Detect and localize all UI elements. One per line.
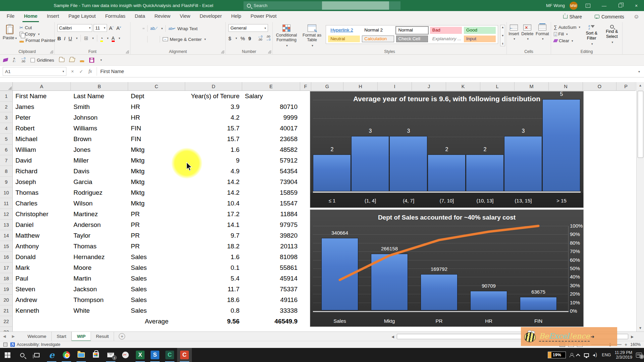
ribbon-tab-view[interactable]: View (175, 11, 195, 22)
row-header-10[interactable]: 10 (0, 187, 13, 198)
taskbar-recorder-icon[interactable]: C (177, 348, 192, 362)
decrease-decimal-button[interactable]: .00→0 (266, 35, 271, 41)
scroll-up-arrow[interactable]: ▲ (637, 82, 644, 89)
cell-C18[interactable]: Sales (128, 273, 185, 284)
clock[interactable]: 11:29 PM2/3/2019 (614, 350, 632, 360)
cancel-formula-button[interactable]: × (71, 69, 74, 74)
ribbon-tab-data[interactable]: Data (130, 11, 150, 22)
comma-style-button[interactable]: 9 (248, 36, 251, 41)
col-header-J[interactable]: J (412, 82, 446, 91)
style-check-cell[interactable]: Check Cell (396, 36, 428, 43)
cell-P22[interactable] (616, 316, 636, 327)
cell-H23[interactable] (343, 327, 378, 331)
col-header-D[interactable]: D (185, 82, 242, 91)
cell-P21[interactable] (616, 305, 636, 316)
cell-B23[interactable] (71, 327, 128, 331)
vertical-scrollbar[interactable]: ▲ ▼ (636, 82, 644, 331)
ribbon-tab-insert[interactable]: Insert (42, 11, 64, 22)
cell-D3[interactable]: 4.2 (185, 112, 242, 123)
ribbon-display-options-button[interactable] (582, 0, 594, 11)
col-header-G[interactable]: G (311, 82, 343, 91)
cell-E12[interactable]: 11884 (242, 209, 300, 220)
ribbon-tab-help[interactable]: Help (226, 11, 246, 22)
format-as-table-button[interactable]: Format as Table▾ (300, 24, 324, 49)
cell-D22[interactable]: 9.56 (185, 316, 242, 327)
cell-A13[interactable]: Daniel (13, 220, 71, 230)
cell-P11[interactable] (616, 198, 636, 209)
chart1-bar-4[interactable] (466, 155, 504, 191)
cell-E22[interactable]: 46549.9 (242, 316, 300, 327)
cell-B9[interactable]: Garcia (71, 177, 128, 187)
scroll-right-arrow[interactable]: ▶ (630, 335, 635, 339)
cell-E16[interactable]: 81098 (242, 252, 300, 262)
cell-P7[interactable] (616, 155, 636, 166)
ribbon-tab-developer[interactable]: Developer (195, 11, 226, 22)
row-header-4[interactable]: 4 (0, 123, 13, 134)
align-center-button[interactable] (138, 39, 140, 40)
cell-C23[interactable] (128, 327, 185, 331)
cell-E23[interactable] (242, 327, 300, 331)
enter-formula-button[interactable]: ✓ (79, 69, 83, 74)
row-header-7[interactable]: 7 (0, 155, 13, 166)
row-header-5[interactable]: 5 (0, 134, 13, 144)
cell-D17[interactable]: 0.1 (185, 262, 242, 273)
row-header-2[interactable]: 2 (0, 102, 13, 112)
col-header-L[interactable]: L (480, 82, 515, 91)
cell-C9[interactable]: Mktg (128, 177, 185, 187)
formula-bar-expand-button[interactable]: ▾ (638, 70, 644, 73)
cell-A3[interactable]: Peter (13, 112, 71, 123)
cell-P20[interactable] (616, 295, 636, 305)
hidden-icons-chevron[interactable] (576, 354, 580, 358)
cell-D12[interactable]: 17.2 (185, 209, 242, 220)
cell-B6[interactable]: Jones (71, 144, 128, 155)
qat-customize-dropdown[interactable]: ▾ (100, 58, 102, 62)
chart2-bar-3[interactable] (470, 291, 507, 310)
style-neutral[interactable]: Neutral (328, 36, 360, 43)
font-color-dropdown[interactable]: ▾ (119, 37, 120, 40)
style-explanatory-[interactable]: Explanatory ... (430, 36, 462, 43)
row-header-11[interactable]: 11 (0, 198, 13, 209)
cell-D23[interactable] (185, 327, 242, 331)
avatar[interactable]: MW (570, 2, 578, 10)
cell-B7[interactable]: Miller (71, 155, 128, 166)
col-header-F[interactable]: F (300, 82, 311, 91)
format-cells-button[interactable]: Format▾ (536, 24, 549, 49)
ribbon-tab-formulas[interactable]: Formulas (100, 11, 130, 22)
cell-A15[interactable]: Anthony (13, 241, 71, 252)
cell-B15[interactable]: Thomas (71, 241, 128, 252)
cell-D4[interactable]: 15.7 (185, 123, 242, 134)
format-painter-button[interactable]: Format Painter (19, 38, 55, 43)
fill-color-dropdown[interactable]: ▾ (107, 37, 109, 40)
cell-O13[interactable] (583, 220, 616, 230)
cell-C20[interactable]: Sales (128, 295, 185, 305)
cell-C10[interactable]: Mktg (128, 187, 185, 198)
delete-cells-button[interactable]: Delete▾ (521, 24, 533, 49)
search-input[interactable]: Search (244, 1, 400, 10)
cell-O7[interactable] (583, 155, 616, 166)
ribbon-tab-page-layout[interactable]: Page Layout (64, 11, 100, 22)
cell-C1[interactable]: Dept (128, 91, 185, 102)
row-header-13[interactable]: 13 (0, 220, 13, 230)
align-left-button[interactable] (133, 39, 135, 40)
cell-D1[interactable]: Year(s) of Tenure (185, 91, 242, 102)
taskbar-start-icon[interactable] (0, 348, 15, 362)
name-box[interactable]: A1▾ (3, 67, 66, 76)
minimize-button[interactable]: — (598, 0, 610, 11)
cell-P23[interactable] (616, 327, 636, 331)
cell-P4[interactable] (616, 123, 636, 134)
cell-E20[interactable]: 49116 (242, 295, 300, 305)
cell-C13[interactable]: PR (128, 220, 185, 230)
cell-B20[interactable]: Thompson (71, 295, 128, 305)
open-file-icon[interactable] (69, 58, 75, 62)
chart2-bar-2[interactable] (421, 274, 458, 310)
cell-E9[interactable]: 73904 (242, 177, 300, 187)
new-sheet-button[interactable]: + (119, 333, 125, 340)
chart1-bar-6[interactable] (542, 99, 580, 191)
cell-O21[interactable] (583, 305, 616, 316)
clear-button[interactable]: Clear▾ (554, 38, 580, 43)
language-indicator[interactable]: ENG (602, 353, 611, 357)
sheet-nav-right-arrow[interactable]: ▶ (9, 334, 17, 339)
borders-dropdown[interactable]: ▾ (92, 37, 94, 40)
cell-D14[interactable]: 9.7 (185, 230, 242, 241)
taskbar-task-view-icon[interactable] (30, 348, 44, 362)
